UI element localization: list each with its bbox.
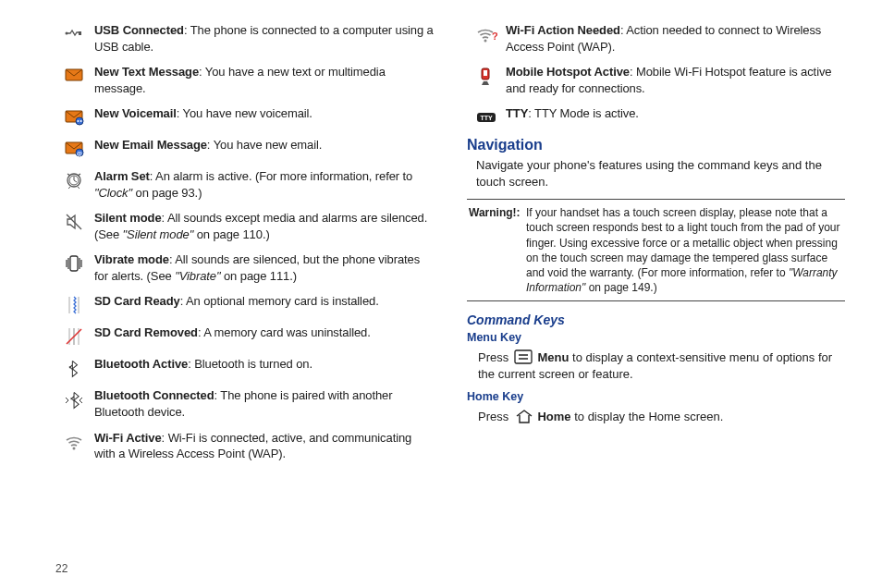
usb-icon [55, 22, 94, 44]
alarm-icon [55, 168, 94, 190]
env-at-icon [55, 137, 94, 159]
menu-key-heading: Menu Key [467, 331, 845, 344]
manual-page: USB Connected: The phone is connected to… [0, 0, 882, 588]
bt-conn-icon [55, 387, 94, 410]
notification-text: Vibrate mode: All sounds are silenced, b… [94, 251, 434, 284]
home-key-text: Press Home to display the Home screen. [478, 407, 845, 425]
notification-text: Bluetooth Active: Bluetooth is turned on… [94, 356, 434, 373]
menu-key-icon [514, 348, 533, 364]
notification-text: Silent mode: All sounds except media and… [94, 210, 434, 242]
notification-row: New Voicemail: You have new voicemail. [55, 105, 434, 128]
wifi-icon [55, 430, 94, 452]
notification-text: New Text Message: You have a new text or… [94, 64, 434, 96]
notification-text: Wi-Fi Active: Wi-Fi is connected, active… [94, 430, 434, 462]
notification-text: Bluetooth Connected: The phone is paired… [94, 387, 434, 420]
warning-box: Warning!: If your handset has a touch sc… [467, 199, 845, 301]
sd-out-icon [55, 325, 94, 347]
notification-text: Wi-Fi Action Needed: Action needed to co… [506, 22, 845, 55]
navigation-text: Navigate your phone's features using the… [476, 157, 845, 190]
notification-text: TTY: TTY Mode is active. [506, 105, 845, 122]
notification-text: New Email Message: You have new email. [94, 137, 434, 153]
silent-icon [55, 210, 94, 232]
notification-row: Bluetooth Active: Bluetooth is turned on… [55, 356, 434, 378]
warning-label: Warning!: [467, 205, 526, 295]
notification-row: Vibrate mode: All sounds are silenced, b… [55, 251, 434, 284]
notification-text: SD Card Ready: An optional memory card i… [94, 293, 434, 310]
notification-row: Wi-Fi Action Needed: Action needed to co… [467, 22, 845, 55]
command-keys-heading: Command Keys [467, 312, 845, 327]
bt-icon [55, 356, 94, 378]
home-key-icon [514, 407, 533, 423]
notification-text: Mobile Hotspot Active: Mobile Wi-Fi Hots… [506, 64, 845, 96]
notification-row: Mobile Hotspot Active: Mobile Wi-Fi Hots… [467, 64, 845, 96]
notification-row: New Text Message: You have a new text or… [55, 64, 434, 96]
notification-row: New Email Message: You have new email. [55, 137, 434, 159]
sd-in-icon [55, 293, 94, 315]
notification-row: Alarm Set: An alarm is active. (For more… [55, 168, 434, 201]
vibrate-icon [55, 251, 94, 274]
tty-icon [467, 105, 506, 128]
notification-row: Silent mode: All sounds except media and… [55, 210, 434, 242]
left-column: USB Connected: The phone is connected to… [55, 22, 434, 579]
notification-row: Wi-Fi Active: Wi-Fi is connected, active… [55, 430, 434, 462]
notification-row: SD Card Ready: An optional memory card i… [55, 293, 434, 315]
notification-row: TTY: TTY Mode is active. [467, 105, 845, 128]
hotspot-icon [467, 64, 506, 86]
navigation-heading: Navigation [467, 137, 845, 153]
notification-text: Alarm Set: An alarm is active. (For more… [94, 168, 434, 201]
page-number: 22 [55, 562, 67, 575]
notification-text: New Voicemail: You have new voicemail. [94, 105, 434, 122]
warning-body: If your handset has a touch screen displ… [526, 205, 845, 295]
notification-row: Bluetooth Connected: The phone is paired… [55, 387, 434, 420]
wifi-q-icon [467, 22, 506, 44]
right-column: Wi-Fi Action Needed: Action needed to co… [467, 22, 845, 579]
menu-key-text: Press Menu to display a context-sensitiv… [478, 348, 845, 382]
notification-text: SD Card Removed: A memory card was unins… [94, 325, 434, 341]
envelope-icon [55, 64, 94, 86]
notification-row: SD Card Removed: A memory card was unins… [55, 325, 434, 347]
notification-row: USB Connected: The phone is connected to… [55, 22, 434, 55]
notification-text: USB Connected: The phone is connected to… [94, 22, 434, 55]
env-tape-icon [55, 105, 94, 128]
home-key-heading: Home Key [467, 390, 845, 403]
